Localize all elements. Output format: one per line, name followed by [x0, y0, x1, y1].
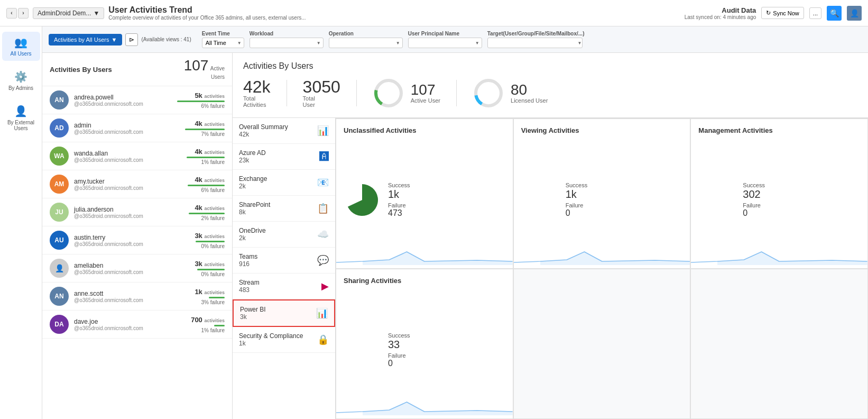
card-trend — [336, 247, 513, 265]
list-item[interactable]: AU austin.terry @o365droid.onmicrosoft.c… — [42, 226, 232, 254]
workload-item[interactable]: Security & Compliance 1k 🔒 — [233, 327, 335, 353]
active-user-stat: 107 Active User — [411, 83, 440, 104]
activity-count: 4k activities — [185, 120, 225, 127]
card-title: Sharing Activities — [344, 277, 505, 285]
failure-label: Failure — [743, 202, 765, 208]
activity-count: 1k activities — [195, 288, 225, 296]
card-stats: Success 1k Failure 0 — [566, 182, 588, 218]
activities-section: Activities By Users 42k TotalActivities — [233, 53, 868, 118]
total-activities-block: 42k TotalActivities — [243, 78, 271, 108]
workload-item[interactable]: Exchange 2k 📧 — [233, 170, 335, 196]
workload-item[interactable]: Stream 483 ▶ — [233, 274, 335, 299]
user-activity: 700 activities 1% failure — [191, 316, 225, 333]
list-item[interactable]: AN andrea.powell @o365droid.onmicrosoft.… — [42, 86, 232, 114]
workload-count: 42k — [239, 131, 288, 138]
workload-icon: 📋 — [317, 203, 329, 214]
activity-cards: Unclassified Activities Success 1k Failu… — [336, 118, 868, 419]
more-options-button[interactable]: ... — [809, 7, 821, 19]
failure-label: Failure — [388, 202, 410, 208]
user-activity: 3k activities 0% failure — [195, 232, 225, 249]
total-user-num: 3050 — [303, 78, 340, 95]
list-item[interactable]: 👤 ameliaben @o365droid.onmicrosoft.com 3… — [42, 254, 232, 283]
failure-text: 6% failure — [188, 187, 225, 193]
user-activity: 4k activities 1% failure — [187, 148, 225, 165]
activities-section-title: Activities By Users — [243, 61, 313, 71]
main-content: Activities By Users 42k TotalActivities — [233, 53, 868, 419]
success-value: 302 — [743, 188, 765, 200]
workload-name: Teams — [239, 253, 257, 260]
workload-item[interactable]: SharePoint 8k 📋 — [233, 196, 335, 222]
list-item[interactable]: AN anne.scott @o365droid.onmicrosoft.com… — [42, 283, 232, 311]
list-item[interactable]: JU julia.anderson @o365droid.onmicrosoft… — [42, 198, 232, 226]
target-select[interactable] — [487, 38, 583, 48]
user-info: amy.tucker @o365droid.onmicrosoft.com — [74, 178, 182, 191]
search-button[interactable]: 🔍 — [827, 6, 842, 21]
workload-select[interactable] — [250, 38, 324, 48]
target-label: Target(User/Group/File/Site/Mailbox/...) — [487, 31, 585, 37]
page-title: User Activities Trend — [108, 5, 306, 15]
licensed-user-gauge: 80 Licensed User — [473, 77, 548, 109]
workload-item[interactable]: OneDrive 2k ☁️ — [233, 222, 335, 248]
success-value: 1k — [388, 188, 410, 200]
failure-text: 0% failure — [195, 243, 225, 249]
users-stats: 107 ActiveUsers — [184, 58, 225, 80]
workload-item-left: Azure AD 23k — [239, 149, 266, 164]
success-stat: Success 1k — [566, 182, 588, 200]
users-panel: Activities By Users 107 ActiveUsers AN a… — [42, 53, 233, 419]
activities-view-button[interactable]: Activities by All Users ▼ — [49, 34, 122, 45]
user-email: @o365droid.onmicrosoft.com — [74, 241, 189, 247]
workload-count: 1k — [239, 340, 303, 347]
operation-select[interactable] — [329, 38, 403, 48]
stat-divider-3 — [456, 80, 457, 106]
user-name: anne.scott — [74, 290, 189, 297]
active-label: ActiveUsers — [210, 66, 225, 80]
user-name: admin — [74, 122, 180, 129]
operation-label: Operation — [329, 31, 403, 37]
sidebar-item-by-external[interactable]: 👤 By External Users — [2, 101, 40, 135]
user-icon-button[interactable]: 👤 — [847, 6, 862, 21]
app-selector[interactable]: AdminDroid Dem... ▼ — [33, 7, 104, 19]
workload-item-left: Exchange 2k — [239, 175, 267, 190]
card-body: Success 1k Failure 0 — [521, 139, 683, 261]
activity-count: 5k activities — [177, 92, 225, 99]
success-label: Success — [566, 182, 588, 188]
workload-item[interactable]: Azure AD 23k 🅰 — [233, 144, 335, 170]
sync-now-button[interactable]: ↻ Sync Now — [761, 7, 804, 19]
success-label: Success — [743, 182, 765, 188]
active-count: 107 — [184, 57, 209, 74]
workload-item[interactable]: Power BI 3k 📊 — [233, 299, 335, 327]
user-email: @o365droid.onmicrosoft.com — [74, 185, 182, 191]
nav-back-btn[interactable]: ‹ — [6, 8, 17, 19]
sidebar-item-by-admins[interactable]: ⚙️ By Admins — [2, 66, 40, 95]
pie-chart — [521, 181, 558, 218]
filter-icon-button[interactable]: ⊳ — [125, 33, 138, 46]
nav-arrows: ‹ › — [6, 8, 29, 19]
users-list: AN andrea.powell @o365droid.onmicrosoft.… — [42, 86, 232, 419]
user-info: austin.terry @o365droid.onmicrosoft.com — [74, 234, 189, 247]
workload-item[interactable]: Teams 916 💬 — [233, 248, 335, 274]
workload-icon: 📊 — [316, 307, 328, 319]
list-item[interactable]: DA dave.joe @o365droid.onmicrosoft.com 7… — [42, 311, 232, 339]
workload-item[interactable]: Overall Summary 42k 📊 — [233, 118, 335, 144]
workload-count: 2k — [239, 183, 267, 190]
stats-row: 42k TotalActivities 3050 TotalUser — [243, 77, 857, 109]
event-time-select[interactable]: All Time — [202, 38, 244, 48]
user-principal-select[interactable] — [408, 38, 482, 48]
workload-icon: 🅰 — [319, 151, 329, 162]
sidebar-item-label-all-users: All Users — [10, 51, 31, 57]
dropdown-arrow-icon: ▼ — [112, 37, 117, 43]
success-stat: Success 302 — [743, 182, 765, 200]
list-item[interactable]: AD admin @o365droid.onmicrosoft.com 4k a… — [42, 114, 232, 142]
sidebar-item-all-users[interactable]: 👥 All Users — [2, 32, 40, 61]
list-item[interactable]: AM amy.tucker @o365droid.onmicrosoft.com… — [42, 170, 232, 198]
workload-name: Stream — [239, 279, 260, 286]
sidebar-item-label-by-admins: By Admins — [8, 85, 33, 91]
nav-forward-btn[interactable]: › — [18, 8, 29, 19]
user-info: wanda.allan @o365droid.onmicrosoft.com — [74, 150, 181, 163]
workload-item-left: Stream 483 — [239, 279, 260, 294]
user-email: @o365droid.onmicrosoft.com — [74, 213, 183, 219]
card-stats: Success 33 Failure 0 — [388, 332, 410, 368]
list-item[interactable]: WA wanda.allan @o365droid.onmicrosoft.co… — [42, 142, 232, 170]
user-activity: 4k activities 2% failure — [189, 204, 225, 221]
failure-stat: Failure 0 — [743, 202, 765, 218]
